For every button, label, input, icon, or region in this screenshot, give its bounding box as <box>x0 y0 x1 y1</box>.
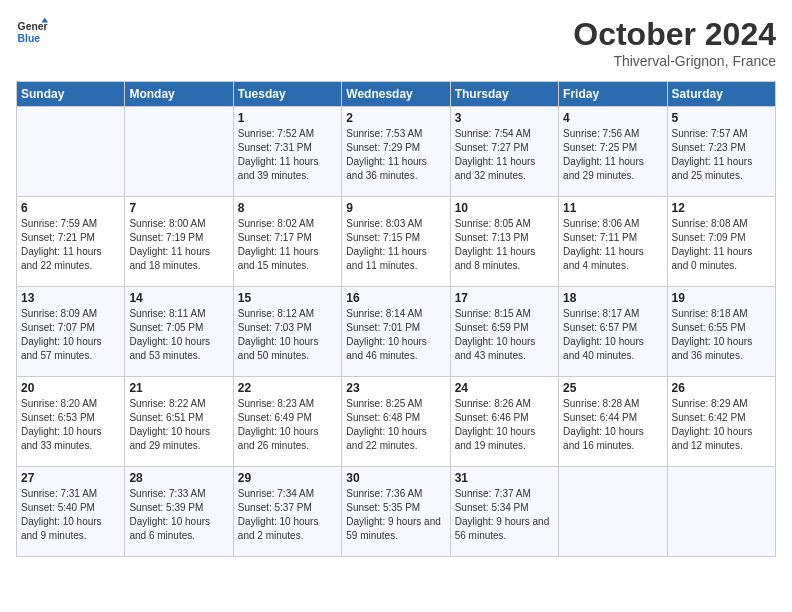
day-cell: 14Sunrise: 8:11 AM Sunset: 7:05 PM Dayli… <box>125 287 233 377</box>
day-cell <box>17 107 125 197</box>
day-number: 24 <box>455 381 554 395</box>
day-number: 31 <box>455 471 554 485</box>
day-info: Sunrise: 8:06 AM Sunset: 7:11 PM Dayligh… <box>563 217 662 273</box>
logo: General Blue <box>16 16 48 48</box>
day-number: 22 <box>238 381 337 395</box>
weekday-tuesday: Tuesday <box>233 82 341 107</box>
day-number: 23 <box>346 381 445 395</box>
day-number: 3 <box>455 111 554 125</box>
day-info: Sunrise: 8:29 AM Sunset: 6:42 PM Dayligh… <box>672 397 771 453</box>
day-cell: 20Sunrise: 8:20 AM Sunset: 6:53 PM Dayli… <box>17 377 125 467</box>
day-cell: 18Sunrise: 8:17 AM Sunset: 6:57 PM Dayli… <box>559 287 667 377</box>
day-cell: 26Sunrise: 8:29 AM Sunset: 6:42 PM Dayli… <box>667 377 775 467</box>
day-number: 7 <box>129 201 228 215</box>
day-info: Sunrise: 8:25 AM Sunset: 6:48 PM Dayligh… <box>346 397 445 453</box>
day-info: Sunrise: 8:28 AM Sunset: 6:44 PM Dayligh… <box>563 397 662 453</box>
day-cell: 2Sunrise: 7:53 AM Sunset: 7:29 PM Daylig… <box>342 107 450 197</box>
day-number: 11 <box>563 201 662 215</box>
day-number: 17 <box>455 291 554 305</box>
day-cell: 1Sunrise: 7:52 AM Sunset: 7:31 PM Daylig… <box>233 107 341 197</box>
day-cell: 22Sunrise: 8:23 AM Sunset: 6:49 PM Dayli… <box>233 377 341 467</box>
day-cell: 13Sunrise: 8:09 AM Sunset: 7:07 PM Dayli… <box>17 287 125 377</box>
day-info: Sunrise: 8:22 AM Sunset: 6:51 PM Dayligh… <box>129 397 228 453</box>
day-info: Sunrise: 7:59 AM Sunset: 7:21 PM Dayligh… <box>21 217 120 273</box>
day-info: Sunrise: 7:33 AM Sunset: 5:39 PM Dayligh… <box>129 487 228 543</box>
day-cell: 8Sunrise: 8:02 AM Sunset: 7:17 PM Daylig… <box>233 197 341 287</box>
day-info: Sunrise: 8:15 AM Sunset: 6:59 PM Dayligh… <box>455 307 554 363</box>
day-info: Sunrise: 8:12 AM Sunset: 7:03 PM Dayligh… <box>238 307 337 363</box>
day-cell: 23Sunrise: 8:25 AM Sunset: 6:48 PM Dayli… <box>342 377 450 467</box>
title-block: October 2024 Thiverval-Grignon, France <box>573 16 776 69</box>
day-number: 16 <box>346 291 445 305</box>
weekday-saturday: Saturday <box>667 82 775 107</box>
day-info: Sunrise: 8:20 AM Sunset: 6:53 PM Dayligh… <box>21 397 120 453</box>
svg-marker-2 <box>42 18 48 23</box>
day-cell: 17Sunrise: 8:15 AM Sunset: 6:59 PM Dayli… <box>450 287 558 377</box>
day-info: Sunrise: 7:52 AM Sunset: 7:31 PM Dayligh… <box>238 127 337 183</box>
month-title: October 2024 <box>573 16 776 53</box>
day-info: Sunrise: 8:03 AM Sunset: 7:15 PM Dayligh… <box>346 217 445 273</box>
day-info: Sunrise: 8:05 AM Sunset: 7:13 PM Dayligh… <box>455 217 554 273</box>
day-info: Sunrise: 7:57 AM Sunset: 7:23 PM Dayligh… <box>672 127 771 183</box>
day-info: Sunrise: 7:54 AM Sunset: 7:27 PM Dayligh… <box>455 127 554 183</box>
week-row-1: 1Sunrise: 7:52 AM Sunset: 7:31 PM Daylig… <box>17 107 776 197</box>
day-number: 20 <box>21 381 120 395</box>
day-cell: 25Sunrise: 8:28 AM Sunset: 6:44 PM Dayli… <box>559 377 667 467</box>
day-number: 28 <box>129 471 228 485</box>
day-cell: 31Sunrise: 7:37 AM Sunset: 5:34 PM Dayli… <box>450 467 558 557</box>
day-cell: 6Sunrise: 7:59 AM Sunset: 7:21 PM Daylig… <box>17 197 125 287</box>
day-cell <box>125 107 233 197</box>
day-number: 30 <box>346 471 445 485</box>
day-number: 25 <box>563 381 662 395</box>
logo-icon: General Blue <box>16 16 48 48</box>
svg-text:Blue: Blue <box>18 33 41 44</box>
day-cell: 15Sunrise: 8:12 AM Sunset: 7:03 PM Dayli… <box>233 287 341 377</box>
day-info: Sunrise: 8:23 AM Sunset: 6:49 PM Dayligh… <box>238 397 337 453</box>
day-number: 10 <box>455 201 554 215</box>
day-info: Sunrise: 7:53 AM Sunset: 7:29 PM Dayligh… <box>346 127 445 183</box>
day-info: Sunrise: 7:34 AM Sunset: 5:37 PM Dayligh… <box>238 487 337 543</box>
day-cell: 27Sunrise: 7:31 AM Sunset: 5:40 PM Dayli… <box>17 467 125 557</box>
svg-text:General: General <box>18 21 48 32</box>
weekday-thursday: Thursday <box>450 82 558 107</box>
day-number: 9 <box>346 201 445 215</box>
weekday-friday: Friday <box>559 82 667 107</box>
day-cell: 28Sunrise: 7:33 AM Sunset: 5:39 PM Dayli… <box>125 467 233 557</box>
day-cell: 19Sunrise: 8:18 AM Sunset: 6:55 PM Dayli… <box>667 287 775 377</box>
day-cell: 30Sunrise: 7:36 AM Sunset: 5:35 PM Dayli… <box>342 467 450 557</box>
day-cell: 16Sunrise: 8:14 AM Sunset: 7:01 PM Dayli… <box>342 287 450 377</box>
day-cell: 7Sunrise: 8:00 AM Sunset: 7:19 PM Daylig… <box>125 197 233 287</box>
day-number: 1 <box>238 111 337 125</box>
day-cell: 5Sunrise: 7:57 AM Sunset: 7:23 PM Daylig… <box>667 107 775 197</box>
calendar-body: 1Sunrise: 7:52 AM Sunset: 7:31 PM Daylig… <box>17 107 776 557</box>
day-info: Sunrise: 8:17 AM Sunset: 6:57 PM Dayligh… <box>563 307 662 363</box>
day-cell: 3Sunrise: 7:54 AM Sunset: 7:27 PM Daylig… <box>450 107 558 197</box>
day-info: Sunrise: 7:31 AM Sunset: 5:40 PM Dayligh… <box>21 487 120 543</box>
day-cell: 12Sunrise: 8:08 AM Sunset: 7:09 PM Dayli… <box>667 197 775 287</box>
week-row-5: 27Sunrise: 7:31 AM Sunset: 5:40 PM Dayli… <box>17 467 776 557</box>
day-number: 8 <box>238 201 337 215</box>
day-info: Sunrise: 8:00 AM Sunset: 7:19 PM Dayligh… <box>129 217 228 273</box>
day-number: 29 <box>238 471 337 485</box>
day-info: Sunrise: 8:14 AM Sunset: 7:01 PM Dayligh… <box>346 307 445 363</box>
day-cell: 24Sunrise: 8:26 AM Sunset: 6:46 PM Dayli… <box>450 377 558 467</box>
day-number: 6 <box>21 201 120 215</box>
day-number: 21 <box>129 381 228 395</box>
weekday-sunday: Sunday <box>17 82 125 107</box>
day-number: 12 <box>672 201 771 215</box>
week-row-3: 13Sunrise: 8:09 AM Sunset: 7:07 PM Dayli… <box>17 287 776 377</box>
weekday-monday: Monday <box>125 82 233 107</box>
day-cell <box>667 467 775 557</box>
day-info: Sunrise: 7:56 AM Sunset: 7:25 PM Dayligh… <box>563 127 662 183</box>
location-subtitle: Thiverval-Grignon, France <box>573 53 776 69</box>
day-cell <box>559 467 667 557</box>
day-info: Sunrise: 8:08 AM Sunset: 7:09 PM Dayligh… <box>672 217 771 273</box>
day-info: Sunrise: 8:18 AM Sunset: 6:55 PM Dayligh… <box>672 307 771 363</box>
day-info: Sunrise: 7:37 AM Sunset: 5:34 PM Dayligh… <box>455 487 554 543</box>
day-info: Sunrise: 8:26 AM Sunset: 6:46 PM Dayligh… <box>455 397 554 453</box>
week-row-4: 20Sunrise: 8:20 AM Sunset: 6:53 PM Dayli… <box>17 377 776 467</box>
calendar-table: SundayMondayTuesdayWednesdayThursdayFrid… <box>16 81 776 557</box>
day-cell: 4Sunrise: 7:56 AM Sunset: 7:25 PM Daylig… <box>559 107 667 197</box>
day-number: 27 <box>21 471 120 485</box>
weekday-wednesday: Wednesday <box>342 82 450 107</box>
